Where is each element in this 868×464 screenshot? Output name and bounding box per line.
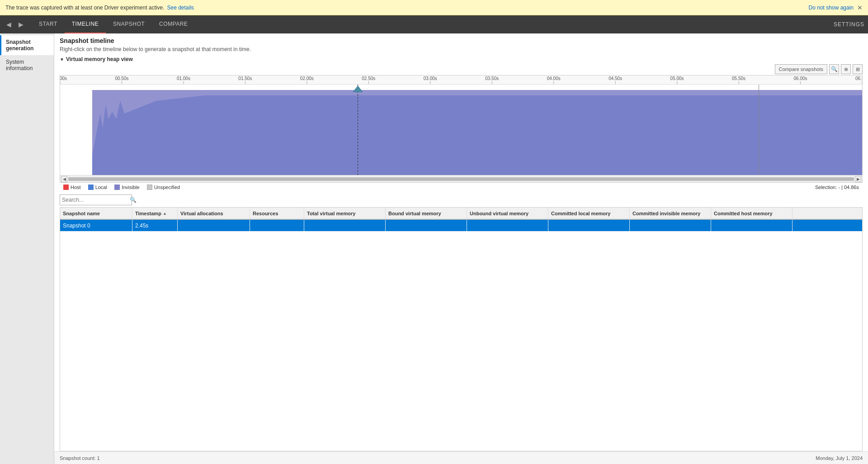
sidebar-item-snapshot-generation[interactable]: Snapshot generation	[0, 35, 54, 55]
tab-compare[interactable]: COMPARE	[152, 15, 195, 33]
see-details-link[interactable]: See details	[167, 5, 194, 11]
tab-timeline[interactable]: TIMELINE	[65, 15, 106, 33]
table-body: Snapshot 0 2.45s	[60, 220, 863, 451]
legend-unspecified-label: Unspecified	[154, 185, 180, 190]
legend-local-label: Local	[95, 185, 107, 190]
content-header: Snapshot timeline Right-click on the tim…	[54, 33, 868, 54]
svg-text:00.50s: 00.50s	[115, 76, 128, 81]
main-layout: Snapshot generation System information S…	[0, 33, 868, 464]
nav-back-button[interactable]: ◀	[4, 19, 14, 30]
section-label: Virtual memory heap view	[66, 56, 133, 62]
legend-host-label: Host	[71, 185, 81, 190]
table-header: Snapshot name Timestamp ▲ Virtual alloca…	[60, 207, 863, 220]
th-committed-invisible-memory: Committed invisible memory	[630, 208, 711, 219]
td-committed-local-memory	[548, 220, 630, 231]
sidebar: Snapshot generation System information	[0, 33, 54, 464]
section-toggle[interactable]: ▼ Virtual memory heap view	[60, 56, 863, 62]
search-area: 🔍	[54, 192, 868, 207]
svg-text:01.50s: 01.50s	[238, 76, 252, 81]
invisible-color-swatch	[114, 185, 120, 190]
fit-icon: ⊞	[856, 66, 860, 72]
footer-date: Monday, July 1, 2024	[816, 455, 863, 461]
svg-marker-32	[354, 86, 363, 92]
search-timeline-button[interactable]: 🔍	[829, 64, 839, 74]
selection-label: Selection: - | 04.86s	[815, 185, 859, 190]
table-row[interactable]: Snapshot 0 2.45s	[60, 220, 862, 232]
svg-text:04.50s: 04.50s	[609, 76, 622, 81]
svg-text:00.00s: 00.00s	[60, 76, 67, 81]
settings-button[interactable]: SETTINGS	[834, 21, 864, 28]
local-color-swatch	[88, 185, 94, 190]
svg-text:03.00s: 03.00s	[424, 76, 437, 81]
th-committed-host-memory: Committed host memory	[711, 208, 793, 219]
chart-scrollbar[interactable]: ◀ ▶	[60, 175, 862, 182]
svg-text:01.00s: 01.00s	[177, 76, 190, 81]
legend-invisible: Invisible	[114, 185, 140, 190]
tab-start[interactable]: START	[32, 15, 65, 33]
td-committed-host-memory	[711, 220, 793, 231]
search-icon: 🔍	[831, 66, 838, 72]
timeline-toolbar: Compare snapshots 🔍 ⊕ ⊞	[60, 64, 863, 74]
page-subtitle: Right-click on the timeline below to gen…	[60, 46, 863, 52]
th-committed-local-memory: Committed local memory	[548, 208, 630, 219]
legend-unspecified: Unspecified	[147, 185, 180, 190]
search-icon: 🔍	[130, 197, 137, 203]
unspecified-color-swatch	[147, 185, 152, 190]
svg-text:05.50s: 05.50s	[732, 76, 745, 81]
compare-snapshots-button[interactable]: Compare snapshots	[775, 64, 827, 74]
zoom-in-icon: ⊕	[844, 66, 848, 72]
td-committed-invisible-memory	[630, 220, 711, 231]
snapshot-table: Snapshot name Timestamp ▲ Virtual alloca…	[54, 207, 868, 451]
th-virtual-allocations: Virtual allocations	[178, 208, 250, 219]
th-resources: Resources	[250, 208, 304, 219]
svg-text:06.00s: 06.00s	[794, 76, 807, 81]
svg-text:02.50s: 02.50s	[362, 76, 375, 81]
svg-marker-30	[92, 90, 862, 175]
chart-canvas[interactable]	[60, 85, 862, 175]
th-timestamp[interactable]: Timestamp ▲	[132, 208, 178, 219]
sort-arrow-icon: ▲	[163, 211, 167, 216]
search-wrapper: 🔍	[60, 194, 132, 205]
timeline-chart-container[interactable]: 00.00s00.50s01.00s01.50s02.00s02.50s03.0…	[60, 75, 863, 183]
legend-row: Host Local Invisible Unspecified Selecti…	[60, 183, 863, 192]
td-virtual-allocations	[178, 220, 250, 231]
nav-bar: ◀ ▶ START TIMELINE SNAPSHOT COMPARE SETT…	[0, 15, 868, 33]
scroll-left-button[interactable]: ◀	[61, 176, 67, 182]
svg-text:05.00s: 05.00s	[670, 76, 684, 81]
zoom-in-button[interactable]: ⊕	[841, 64, 851, 74]
snapshot-count: Snapshot count: 1	[60, 455, 100, 461]
svg-text:02.00s: 02.00s	[300, 76, 314, 81]
legend-invisible-label: Invisible	[122, 185, 140, 190]
th-unbound-virtual-memory: Unbound virtual memory	[467, 208, 548, 219]
legend-local: Local	[88, 185, 107, 190]
td-snapshot-name: Snapshot 0	[60, 220, 132, 231]
search-input[interactable]	[62, 197, 130, 203]
legend-host: Host	[63, 185, 81, 190]
td-timestamp: 2.45s	[132, 220, 178, 231]
timeline-section: ▼ Virtual memory heap view Compare snaps…	[54, 54, 868, 192]
dismiss-link[interactable]: Do not show again	[809, 5, 854, 11]
content-area: Snapshot timeline Right-click on the tim…	[54, 33, 868, 464]
footer: Snapshot count: 1 Monday, July 1, 2024	[54, 451, 868, 464]
svg-text:03.50s: 03.50s	[485, 76, 499, 81]
th-bound-virtual-memory: Bound virtual memory	[386, 208, 467, 219]
scroll-right-button[interactable]: ▶	[855, 176, 861, 182]
host-color-swatch	[63, 185, 69, 190]
svg-text:06.50s: 06.50s	[855, 76, 862, 81]
time-ruler: 00.00s00.50s01.00s01.50s02.00s02.50s03.0…	[60, 76, 862, 85]
td-total-virtual-memory	[304, 220, 386, 231]
page-title: Snapshot timeline	[60, 37, 863, 44]
td-unbound-virtual-memory	[467, 220, 548, 231]
td-resources	[250, 220, 304, 231]
th-total-virtual-memory: Total virtual memory	[304, 208, 386, 219]
zoom-fit-button[interactable]: ⊞	[853, 64, 863, 74]
warning-close-button[interactable]: ✕	[857, 5, 863, 11]
svg-text:04.00s: 04.00s	[547, 76, 561, 81]
td-bound-virtual-memory	[386, 220, 467, 231]
tab-snapshot[interactable]: SNAPSHOT	[106, 15, 152, 33]
warning-message: The trace was captured with at least one…	[5, 5, 165, 11]
nav-forward-button[interactable]: ▶	[16, 19, 26, 30]
sidebar-item-system-information[interactable]: System information	[0, 55, 54, 75]
warning-bar: The trace was captured with at least one…	[0, 0, 868, 15]
chevron-down-icon: ▼	[60, 57, 64, 62]
